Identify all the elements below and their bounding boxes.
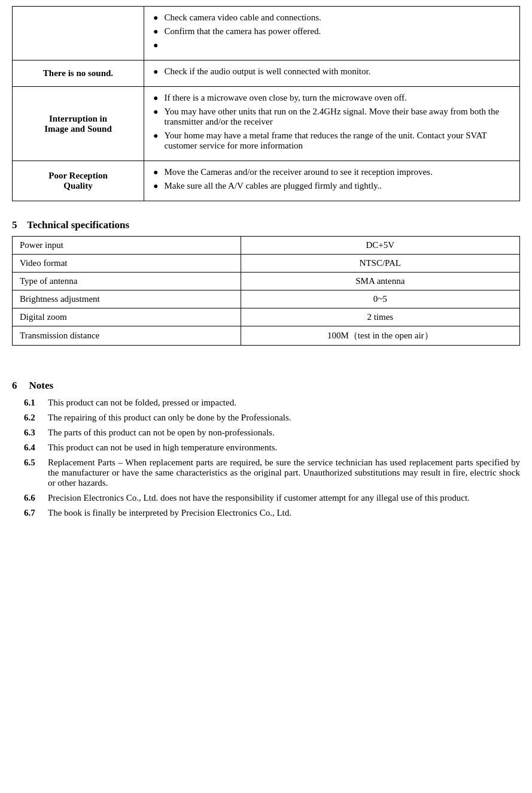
spec-name-cell: Transmission distance xyxy=(13,326,241,346)
bullet-text: Move the Cameras and/or the receiver aro… xyxy=(164,167,432,177)
notes-heading: 6 Notes xyxy=(12,380,520,392)
spec-name-cell: Brightness adjustment xyxy=(13,290,241,308)
note-text: This product can not be used in high tem… xyxy=(48,443,520,453)
tech-specs-heading: 5 Technical specifications xyxy=(12,219,520,231)
notes-section: 6 Notes 6.1This product can not be folde… xyxy=(12,380,520,518)
note-item: 6.5Replacement Parts – When replacement … xyxy=(12,458,520,488)
bullet-text: Check if the audio output is well connec… xyxy=(164,66,370,77)
bullet-list: Check if the audio output is well connec… xyxy=(153,66,510,77)
notes-title-text: Notes xyxy=(29,380,54,392)
list-item: Check camera video cable and connections… xyxy=(153,13,510,23)
row-label-poor-reception: Poor ReceptionQuality xyxy=(13,161,144,201)
tech-specs-section: 5 Technical specifications Power inputDC… xyxy=(12,219,520,346)
note-item: 6.3The parts of this product can not be … xyxy=(12,428,520,438)
row-content-poor-reception: Move the Cameras and/or the receiver aro… xyxy=(144,161,520,201)
row-label-empty xyxy=(13,7,144,60)
bullet-text: You may have other units that run on the… xyxy=(164,107,510,127)
bullet-text: If there is a microwave oven close by, t… xyxy=(164,93,406,103)
list-item: Confirm that the camera has power offere… xyxy=(153,26,510,37)
table-row: Digital zoom2 times xyxy=(13,308,520,326)
note-text: The repairing of this product can only b… xyxy=(48,413,520,423)
list-item xyxy=(153,40,510,50)
note-text: The book is finally be interpreted by Pr… xyxy=(48,508,520,518)
bullet-list: Move the Cameras and/or the receiver aro… xyxy=(153,167,510,191)
row-label-no-sound: There is no sound. xyxy=(13,60,144,87)
note-item: 6.1This product can not be folded, press… xyxy=(12,398,520,408)
note-text: Precision Electronics Co., Ltd. does not… xyxy=(48,493,520,503)
spec-value-cell: 100M（test in the open air） xyxy=(241,326,519,346)
bullet-text: Check camera video cable and connections… xyxy=(164,13,321,23)
trouble-table: Check camera video cable and connections… xyxy=(12,6,520,201)
row-content-camera: Check camera video cable and connections… xyxy=(144,7,520,60)
specs-table: Power inputDC+5VVideo formatNTSC/PALType… xyxy=(12,236,520,346)
spec-value-cell: 0~5 xyxy=(241,290,519,308)
note-number: 6.5 xyxy=(24,458,48,468)
spec-value-cell: 2 times xyxy=(241,308,519,326)
list-item: Make sure all the A/V cables are plugged… xyxy=(153,181,510,191)
bullet-list: Check camera video cable and connections… xyxy=(153,13,510,50)
table-row: Check camera video cable and connections… xyxy=(13,7,520,60)
note-number: 6.7 xyxy=(24,508,48,518)
note-item: 6.2The repairing of this product can onl… xyxy=(12,413,520,423)
row-content-no-sound: Check if the audio output is well connec… xyxy=(144,60,520,87)
spec-value-cell: NTSC/PAL xyxy=(241,255,519,273)
spec-value-cell: DC+5V xyxy=(241,237,519,255)
bullet-text: Make sure all the A/V cables are plugged… xyxy=(164,181,382,191)
note-number: 6.1 xyxy=(24,398,48,408)
table-row: Brightness adjustment0~5 xyxy=(13,290,520,308)
note-text: The parts of this product can not be ope… xyxy=(48,428,520,438)
note-item: 6.7The book is finally be interpreted by… xyxy=(12,508,520,518)
note-text: This product can not be folded, pressed … xyxy=(48,398,520,408)
table-row: Power inputDC+5V xyxy=(13,237,520,255)
note-number: 6.4 xyxy=(24,443,48,453)
note-item: 6.6Precision Electronics Co., Ltd. does … xyxy=(12,493,520,503)
note-number: 6.6 xyxy=(24,493,48,503)
label-text: Interruption inImage and Sound xyxy=(44,114,112,134)
list-item: Your home may have a metal frame that re… xyxy=(153,131,510,151)
table-row: Poor ReceptionQuality Move the Cameras a… xyxy=(13,161,520,201)
spec-name-cell: Video format xyxy=(13,255,241,273)
bullet-text: Your home may have a metal frame that re… xyxy=(164,131,510,151)
row-label-interruption: Interruption inImage and Sound xyxy=(13,87,144,161)
section-title: Technical specifications xyxy=(27,219,129,231)
table-row: Type of antennaSMA antenna xyxy=(13,273,520,290)
table-row: There is no sound. Check if the audio ou… xyxy=(13,60,520,87)
list-item: You may have other units that run on the… xyxy=(153,107,510,127)
table-row: Transmission distance100M（test in the op… xyxy=(13,326,520,346)
note-text: Replacement Parts – When replacement par… xyxy=(48,458,520,488)
bullet-text: Confirm that the camera has power offere… xyxy=(164,26,321,37)
notes-number: 6 xyxy=(12,380,17,392)
note-number: 6.3 xyxy=(24,428,48,438)
note-number: 6.2 xyxy=(24,413,48,423)
bullet-list: If there is a microwave oven close by, t… xyxy=(153,93,510,151)
section-number: 5 xyxy=(12,219,17,231)
spec-name-cell: Type of antenna xyxy=(13,273,241,290)
spec-name-cell: Digital zoom xyxy=(13,308,241,326)
note-item: 6.4This product can not be used in high … xyxy=(12,443,520,453)
label-text: Poor ReceptionQuality xyxy=(48,171,107,190)
list-item: Check if the audio output is well connec… xyxy=(153,66,510,77)
list-item: Move the Cameras and/or the receiver aro… xyxy=(153,167,510,177)
spec-value-cell: SMA antenna xyxy=(241,273,519,290)
row-content-interruption: If there is a microwave oven close by, t… xyxy=(144,87,520,161)
notes-list: 6.1This product can not be folded, press… xyxy=(12,398,520,518)
spec-name-cell: Power input xyxy=(13,237,241,255)
table-row: Video formatNTSC/PAL xyxy=(13,255,520,273)
list-item: If there is a microwave oven close by, t… xyxy=(153,93,510,103)
table-row: Interruption inImage and Sound If there … xyxy=(13,87,520,161)
